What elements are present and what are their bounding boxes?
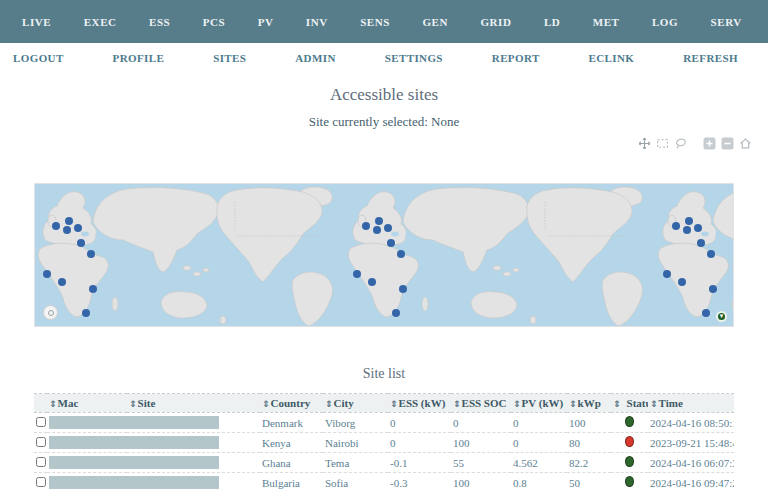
site-marker[interactable]	[663, 270, 671, 278]
site-marker[interactable]	[65, 217, 73, 225]
pv-kw-cell: 0	[511, 433, 567, 453]
time-cell: 2024-04-16 06:07:33	[648, 453, 734, 473]
site-marker[interactable]	[709, 285, 717, 293]
site-marker[interactable]	[82, 309, 90, 317]
box-select-icon[interactable]	[656, 137, 669, 150]
sort-icon[interactable]: ⇕	[262, 399, 270, 409]
site-marker[interactable]	[74, 224, 82, 232]
sort-icon[interactable]: ⇕	[453, 399, 461, 409]
site-marker[interactable]	[707, 250, 715, 258]
row-checkbox[interactable]	[36, 457, 46, 467]
nav-item-settings[interactable]: SETTINGS	[385, 52, 443, 64]
column-header-country[interactable]: ⇕Country	[260, 394, 323, 413]
navbar-item-grid[interactable]: GRID	[480, 16, 511, 28]
column-header-mac[interactable]: ⇕Mac	[47, 394, 127, 413]
navbar-item-pcs[interactable]: PCS	[203, 16, 226, 28]
site-marker[interactable]	[89, 285, 97, 293]
sort-icon[interactable]: ⇕	[49, 399, 57, 409]
navbar-item-ld[interactable]: LD	[544, 16, 560, 28]
column-header-city[interactable]: ⇕City	[323, 394, 388, 413]
sort-icon[interactable]: ⇕	[325, 399, 333, 409]
navbar-item-live[interactable]: LIVE	[22, 16, 51, 28]
site-marker[interactable]	[683, 226, 691, 234]
kwp-cell: 82.2	[567, 453, 611, 473]
site-marker[interactable]	[77, 239, 85, 247]
sort-icon[interactable]: ⇕	[569, 399, 577, 409]
status-cell	[611, 473, 648, 491]
site-marker[interactable]	[685, 217, 693, 225]
site-marker[interactable]	[52, 222, 60, 230]
row-checkbox[interactable]	[36, 417, 46, 427]
site-marker[interactable]	[397, 250, 405, 258]
site-row[interactable]: KenyaNairobi01000802023-09-21 15:48:41	[34, 433, 734, 453]
navbar-item-exec[interactable]: EXEC	[84, 16, 117, 28]
nav-item-profile[interactable]: PROFILE	[113, 52, 165, 64]
row-select-cell	[34, 473, 47, 491]
zoom-out-icon[interactable]	[721, 137, 734, 150]
sort-icon[interactable]: ⇕	[513, 399, 521, 409]
site-marker[interactable]	[694, 224, 702, 232]
lasso-select-icon[interactable]	[674, 137, 687, 150]
mac-site-cell	[47, 413, 260, 433]
ess-soc-cell: 100	[451, 473, 511, 491]
reset-view-icon[interactable]	[739, 137, 752, 150]
site-marker[interactable]	[678, 278, 686, 286]
time-cell: 2023-09-21 15:48:41	[648, 433, 734, 453]
pan-icon[interactable]	[638, 137, 651, 150]
nav-item-logout[interactable]: LOGOUT	[13, 52, 64, 64]
site-marker[interactable]	[373, 226, 381, 234]
navbar-item-inv[interactable]: INV	[306, 16, 328, 28]
site-marker[interactable]	[702, 309, 710, 317]
site-marker[interactable]	[672, 222, 680, 230]
site-marker[interactable]	[43, 270, 51, 278]
column-header-time[interactable]: ⇕Time	[648, 394, 734, 413]
row-checkbox[interactable]	[36, 437, 46, 447]
column-header-ess-soc[interactable]: ⇕ESS SOC	[451, 394, 511, 413]
zoom-in-icon[interactable]	[703, 137, 716, 150]
ess-soc-cell: 55	[451, 453, 511, 473]
nav-item-admin[interactable]: ADMIN	[295, 52, 336, 64]
nav-item-report[interactable]: REPORT	[492, 52, 540, 64]
site-marker[interactable]	[697, 239, 705, 247]
world-map[interactable]: ▾	[34, 183, 734, 327]
navbar-item-serv[interactable]: SERV	[711, 16, 742, 28]
site-marker[interactable]	[375, 217, 383, 225]
column-header-pv-kw-[interactable]: ⇕PV (kW)	[511, 394, 567, 413]
nav-item-eclink[interactable]: ECLINK	[589, 52, 635, 64]
navbar-item-log[interactable]: LOG	[652, 16, 678, 28]
site-marker[interactable]	[384, 224, 392, 232]
site-marker[interactable]	[58, 278, 66, 286]
column-label: Site	[138, 397, 156, 409]
navbar-item-sens[interactable]: SENS	[360, 16, 390, 28]
site-marker[interactable]	[392, 309, 400, 317]
sort-icon[interactable]: ⇕	[390, 399, 398, 409]
sort-icon[interactable]: ⇕	[650, 399, 658, 409]
row-checkbox[interactable]	[36, 477, 46, 487]
column-header-site[interactable]: ⇕Site	[127, 394, 260, 413]
row-select-cell	[34, 453, 47, 473]
site-row[interactable]: BulgariaSofia-0.31000.8502024-04-16 09:4…	[34, 473, 734, 491]
navbar-item-pv[interactable]: PV	[258, 16, 274, 28]
column-header-kwp[interactable]: ⇕kWp	[567, 394, 611, 413]
site-marker[interactable]	[353, 270, 361, 278]
navbar-item-gen[interactable]: GEN	[422, 16, 448, 28]
site-marker[interactable]	[87, 250, 95, 258]
sort-icon[interactable]: ⇕	[129, 399, 137, 409]
nav-item-sites[interactable]: SITES	[213, 52, 246, 64]
site-row[interactable]: DenmarkViborg0001002024-04-16 08:50:16	[34, 413, 734, 433]
column-header-status[interactable]: ⇕Status	[611, 394, 648, 413]
column-header-ess-kw-[interactable]: ⇕ESS (kW)	[388, 394, 451, 413]
navbar-item-ess[interactable]: ESS	[149, 16, 170, 28]
site-marker[interactable]	[399, 285, 407, 293]
sort-icon[interactable]: ⇕	[613, 399, 621, 409]
site-marker[interactable]	[362, 222, 370, 230]
site-marker[interactable]	[387, 239, 395, 247]
plotly-logo-icon[interactable]	[43, 305, 58, 320]
status-cell	[611, 453, 648, 473]
site-marker[interactable]	[368, 278, 376, 286]
navbar-item-met[interactable]: MET	[593, 16, 620, 28]
site-row[interactable]: GhanaTema-0.1554.56282.22024-04-16 06:07…	[34, 453, 734, 473]
site-marker[interactable]	[63, 226, 71, 234]
nav-item-refresh[interactable]: REFRESH	[683, 52, 738, 64]
highlighted-site-marker[interactable]: ▾	[716, 311, 727, 322]
